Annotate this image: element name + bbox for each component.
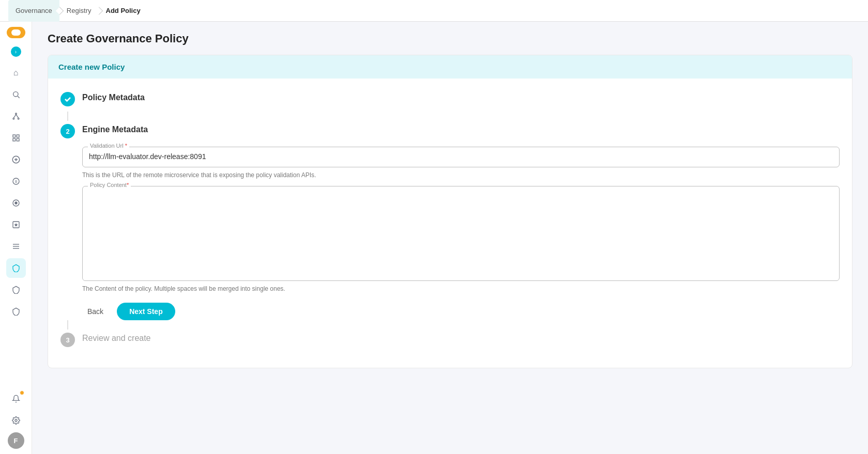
main-content: Create Governance Policy Create new Poli…	[32, 22, 868, 454]
svg-point-4	[18, 118, 19, 119]
sidebar-item-b[interactable]: B	[6, 171, 26, 191]
svg-line-1	[18, 96, 20, 98]
step2-badge: 2	[60, 124, 75, 138]
card-header: Create new Policy	[48, 55, 852, 79]
card-body: Policy Metadata 2 Engine Metadata Valida…	[48, 79, 852, 368]
step-1: Policy Metadata	[60, 91, 840, 106]
svg-rect-7	[13, 135, 16, 137]
svg-line-6	[16, 115, 19, 118]
policy-content-label: Policy Content*	[88, 182, 131, 188]
sidebar-item-shield2[interactable]	[6, 280, 26, 300]
step2-label: Engine Metadata	[82, 123, 148, 134]
validation-url-label: Validation Url *	[88, 143, 129, 149]
step3-label: Review and create	[82, 332, 151, 343]
logo[interactable]	[7, 27, 25, 38]
svg-point-3	[13, 118, 14, 119]
step1-label: Policy Metadata	[82, 91, 145, 102]
sidebar-item-home[interactable]: ⌂	[6, 63, 26, 83]
sidebar-item-list[interactable]	[6, 237, 26, 256]
next-step-button[interactable]: Next Step	[117, 303, 175, 320]
svg-rect-10	[17, 138, 19, 141]
svg-marker-19	[14, 223, 18, 227]
step-connector-2	[67, 320, 68, 330]
svg-rect-8	[17, 135, 19, 137]
step3-badge: 3	[60, 333, 75, 347]
user-avatar[interactable]: F	[8, 432, 24, 449]
back-button[interactable]: Back	[82, 304, 109, 319]
breadcrumb-registry[interactable]: Registry	[59, 0, 99, 22]
svg-text:B: B	[15, 180, 18, 183]
sidebar-item-grid[interactable]	[6, 128, 26, 148]
sidebar-item-search[interactable]	[6, 85, 26, 104]
sidebar-item-circle[interactable]	[6, 193, 26, 213]
sidebar: › ⌂ B	[0, 22, 32, 454]
svg-point-23	[15, 419, 17, 421]
app-layout: › ⌂ B	[0, 22, 868, 454]
sidebar-expand-button[interactable]: ›	[11, 46, 21, 57]
sidebar-item-nodes[interactable]	[6, 106, 26, 126]
breadcrumb-governance[interactable]: Governance	[8, 0, 59, 22]
sidebar-item-bell[interactable]	[6, 389, 26, 409]
svg-point-2	[15, 113, 17, 115]
svg-line-5	[13, 115, 16, 118]
svg-rect-9	[13, 138, 16, 141]
policy-card: Create new Policy Policy Metadata 2 Engi…	[48, 55, 852, 368]
validation-url-hint: This is the URL of the remote microservi…	[82, 171, 840, 179]
svg-point-17	[15, 202, 17, 204]
step1-badge	[60, 92, 75, 106]
sidebar-item-settings[interactable]	[6, 411, 26, 430]
sidebar-item-shield3[interactable]	[6, 302, 26, 321]
sidebar-item-shield-active[interactable]	[6, 258, 26, 278]
svg-point-0	[13, 92, 18, 97]
page-title: Create Governance Policy	[48, 32, 852, 45]
button-row: Back Next Step	[82, 303, 840, 320]
step-3: 3 Review and create	[60, 332, 840, 347]
sidebar-bottom: F	[6, 389, 26, 449]
logo-mark	[11, 29, 21, 36]
policy-content-textarea[interactable]	[89, 191, 833, 273]
sidebar-item-star[interactable]	[6, 215, 26, 234]
policy-content-field: Policy Content*	[82, 186, 840, 281]
policy-content-hint: The Content of the policy. Multiple spac…	[82, 285, 840, 292]
step2-form: Validation Url * This is the URL of the …	[82, 147, 840, 320]
breadcrumb-add-policy[interactable]: Add Policy	[99, 0, 148, 22]
step-connector-1	[67, 112, 68, 121]
validation-url-input[interactable]	[89, 151, 833, 162]
top-navigation: Governance Registry Add Policy	[0, 0, 868, 22]
step-2: 2 Engine Metadata	[60, 123, 840, 138]
sidebar-item-add[interactable]	[6, 150, 26, 169]
validation-url-field: Validation Url *	[82, 147, 840, 167]
